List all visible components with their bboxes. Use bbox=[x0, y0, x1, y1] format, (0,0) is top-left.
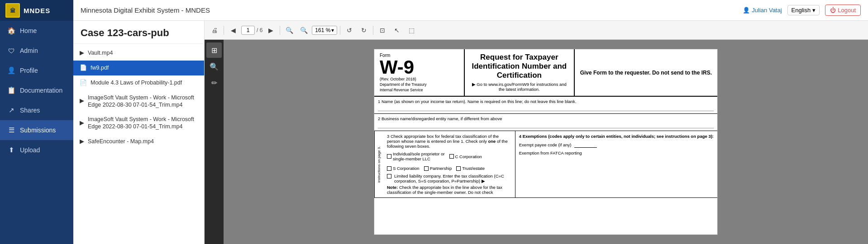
file-item-imagesoft1[interactable]: ▶ ImageSoft Vault System - Work - Micros… bbox=[73, 90, 204, 113]
app-name: MNDES bbox=[24, 7, 50, 14]
form-header-middle: Request for Taxpayer Identification Numb… bbox=[465, 49, 575, 96]
file-name-safeencounter: SafeEncounter - Map.mp4 bbox=[88, 138, 198, 145]
checkbox-llc[interactable]: Limited liability company. Enter the tax… bbox=[387, 174, 511, 183]
sidebar-item-upload[interactable]: ⬆ Upload bbox=[0, 140, 73, 160]
checkbox-c-corp-box[interactable] bbox=[449, 154, 454, 159]
video-icon-4: ▶ bbox=[80, 138, 84, 145]
case-title: Case 123-cars-pub bbox=[73, 21, 204, 44]
fit-page-button[interactable]: ⊡ bbox=[376, 24, 389, 37]
logout-icon: ⏻ bbox=[830, 7, 836, 14]
rotate-left-button[interactable]: ↺ bbox=[343, 24, 356, 37]
grid-view-button[interactable]: ⊞ bbox=[206, 42, 222, 58]
logout-button[interactable]: ⏻ Logout bbox=[825, 5, 861, 16]
sidebar-item-documentation-label: Documentation bbox=[20, 87, 62, 94]
pdf-icon-2: 📄 bbox=[80, 79, 87, 87]
give-form-text: Give Form to the requester. Do not send … bbox=[580, 70, 712, 76]
sidebar-item-admin-label: Admin bbox=[20, 47, 38, 54]
logo-icon: 🏛 bbox=[5, 3, 20, 18]
video-icon: ▶ bbox=[80, 49, 84, 57]
field4-label: 4 Exemptions (codes apply only to certai… bbox=[519, 134, 714, 139]
form-header: Form W-9 (Rev. October 2018) Department … bbox=[374, 49, 717, 97]
pdf-viewer-wrapper: ⊞ 🔍 ✏ Form W-9 (Rev. October 2018) bbox=[205, 40, 868, 244]
separator2 bbox=[280, 26, 280, 35]
upload-icon: ⬆ bbox=[7, 146, 15, 154]
section3-title: 3 Check appropriate box for federal tax … bbox=[387, 134, 511, 149]
w9-form: Form W-9 (Rev. October 2018) Department … bbox=[374, 49, 718, 235]
pdf-edit-button[interactable]: ✏ bbox=[206, 75, 222, 90]
sidebar-item-profile[interactable]: 👤 Profile bbox=[0, 61, 73, 80]
video-icon-3: ▶ bbox=[80, 119, 84, 127]
checkbox-s-corp[interactable]: S Corporation bbox=[387, 166, 420, 171]
shares-icon: ↗ bbox=[7, 106, 15, 114]
pdf-search-button[interactable]: 🔍 bbox=[206, 59, 222, 74]
print-button[interactable]: 🖨 bbox=[208, 24, 221, 37]
irs: Internal Revenue Service bbox=[380, 88, 458, 92]
sidebar-item-submissions-label: Submissions bbox=[20, 127, 56, 134]
content-area: Case 123-cars-pub ▶ Vault.mp4 📄 fw9.pdf … bbox=[73, 21, 868, 244]
note-content: Check the appropriate box in the line ab… bbox=[387, 185, 502, 195]
checkbox-individual-box[interactable] bbox=[387, 154, 391, 159]
llc-text: Limited liability company. Enter the tax… bbox=[394, 174, 511, 183]
topbar: Minnesota Digital Exhibit System - MNDES… bbox=[73, 0, 868, 21]
form-title1: Request for Taxpayer bbox=[470, 53, 568, 62]
sidebar-item-admin[interactable]: 🛡 Admin bbox=[0, 41, 73, 61]
sidebar-item-home[interactable]: 🏠 Home bbox=[0, 21, 73, 41]
note-label: Note: bbox=[387, 185, 398, 190]
checkbox-llc-box[interactable] bbox=[387, 174, 391, 178]
note-row: Note: Check the appropriate box in the l… bbox=[387, 185, 511, 195]
file-item-imagesoft2[interactable]: ▶ ImageSoft Vault System - Work - Micros… bbox=[73, 112, 204, 134]
svg-text:🏛: 🏛 bbox=[10, 8, 15, 14]
page-input[interactable] bbox=[241, 26, 255, 35]
pan-tool-button[interactable]: ⬚ bbox=[405, 24, 418, 37]
file-item-fw9[interactable]: 📄 fw9.pdf bbox=[73, 61, 204, 75]
checkbox-s-corp-label: S Corporation bbox=[393, 166, 420, 171]
file-list: ▶ Vault.mp4 📄 fw9.pdf 📄 Module 4.3 Laws … bbox=[73, 44, 204, 244]
rotate-right-button[interactable]: ↻ bbox=[358, 24, 370, 37]
checkbox-trust[interactable]: Trust/estate bbox=[456, 166, 485, 171]
user-name: 👤 Julian Vataj bbox=[743, 7, 782, 14]
checkbox-partnership-box[interactable] bbox=[424, 166, 429, 171]
pdf-icon: 📄 bbox=[80, 64, 87, 72]
file-name-module43: Module 4.3 Laws of Probability-1.pdf bbox=[91, 79, 198, 86]
prev-page-button[interactable]: ◀ bbox=[227, 24, 239, 37]
file-item-module43[interactable]: 📄 Module 4.3 Laws of Probability-1.pdf bbox=[73, 75, 204, 90]
checkbox-c-corp[interactable]: C Corporation bbox=[449, 154, 482, 159]
next-page-button[interactable]: ▶ bbox=[264, 24, 277, 37]
field1-input[interactable] bbox=[378, 105, 714, 111]
documentation-icon: 📋 bbox=[7, 86, 15, 94]
w9-title: W-9 bbox=[380, 58, 458, 77]
sidebar-item-submissions[interactable]: ☰ Submissions bbox=[0, 120, 73, 140]
file-item-safeencounter[interactable]: ▶ SafeEncounter - Map.mp4 bbox=[73, 134, 204, 149]
language-selector[interactable]: English ▾ bbox=[787, 5, 820, 15]
separator bbox=[224, 26, 224, 35]
exempt-payee: Exempt payee code (if any) bbox=[519, 142, 714, 148]
checkbox-s-corp-box[interactable] bbox=[387, 166, 391, 171]
file-item-vault[interactable]: ▶ Vault.mp4 bbox=[73, 46, 204, 61]
rev-date: (Rev. October 2018) bbox=[380, 77, 458, 81]
file-name-imagesoft1: ImageSoft Vault System - Work - Microsof… bbox=[88, 94, 198, 109]
select-tool-button[interactable]: ↖ bbox=[391, 24, 403, 37]
zoom-in-button[interactable]: 🔍 bbox=[297, 24, 310, 37]
sidebar-item-shares[interactable]: ↗ Shares bbox=[0, 100, 73, 120]
checkboxes-row: Individual/sole proprietor orsingle-memb… bbox=[387, 151, 511, 171]
pdf-toolbar: 🖨 ◀ / 6 ▶ 🔍 🔍 161 % ▾ ↺ ↻ ⊡ ↖ ⬚ bbox=[205, 21, 868, 40]
zoom-out-button[interactable]: 🔍 bbox=[283, 24, 296, 37]
field2-label: 2 Business name/disregarded entity name,… bbox=[378, 116, 714, 121]
pdf-area: 🖨 ◀ / 6 ▶ 🔍 🔍 161 % ▾ ↺ ↻ ⊡ ↖ ⬚ bbox=[205, 21, 868, 244]
field1-label: 1 Name (as shown on your income tax retu… bbox=[378, 99, 714, 104]
chevron-down-icon: ▾ bbox=[812, 7, 816, 14]
field2-input[interactable] bbox=[378, 122, 714, 128]
rotated-label: instructions on page 3. bbox=[374, 131, 383, 197]
checkbox-trust-box[interactable] bbox=[456, 166, 461, 171]
sidebar-item-documentation[interactable]: 📋 Documentation bbox=[0, 80, 73, 100]
llc-row: Limited liability company. Enter the tax… bbox=[387, 174, 511, 183]
checkbox-c-corp-label: C Corporation bbox=[455, 154, 482, 159]
form-title2: Identification Number and Certification bbox=[470, 62, 568, 80]
checkbox-trust-label: Trust/estate bbox=[462, 166, 485, 171]
checkbox-partnership-label: Partnership bbox=[430, 166, 452, 171]
zoom-display[interactable]: 161 % ▾ bbox=[312, 26, 337, 35]
right-controls: 👤 Julian Vataj English ▾ ⏻ Logout bbox=[743, 5, 861, 16]
pdf-content[interactable]: Form W-9 (Rev. October 2018) Department … bbox=[224, 40, 868, 244]
checkbox-individual[interactable]: Individual/sole proprietor orsingle-memb… bbox=[387, 151, 445, 161]
checkbox-partnership[interactable]: Partnership bbox=[424, 166, 452, 171]
